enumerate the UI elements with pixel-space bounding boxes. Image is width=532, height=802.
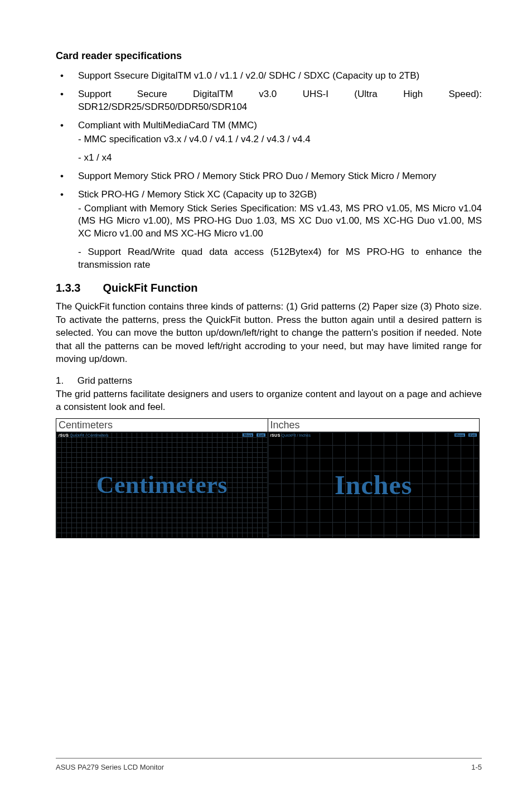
- pattern-label-cm: Centimeters: [96, 471, 228, 499]
- breadcrumb: QuickFit / Inches: [282, 433, 311, 437]
- section-title: QuickFit Function: [103, 282, 197, 294]
- section-number: 1.3.3: [56, 282, 100, 294]
- item-number: 1.: [56, 374, 75, 387]
- bullet-icon: •: [60, 88, 64, 101]
- brand-label: /SUS: [270, 433, 280, 437]
- table-header-cm: Centimeters: [56, 418, 268, 432]
- brand-label: /SUS: [59, 433, 69, 437]
- pattern-topbar: /SUSQuickFit / Centimeters MoveExit: [59, 433, 265, 437]
- breadcrumb: QuickFit / Centimeters: [70, 433, 108, 437]
- list-item: • Support Ssecure DigitalTM v1.0 / v1.1 …: [56, 70, 482, 83]
- list-item: • Support Memory Stick PRO / Memory Stic…: [56, 170, 482, 183]
- list-item-sub: - Compliant with Memory Stick Series Spe…: [78, 202, 482, 241]
- pattern-label-in: Inches: [335, 470, 412, 500]
- pattern-inches: /SUSQuickFit / Inches MoveExit Inches: [268, 432, 480, 538]
- bullet-icon: •: [60, 119, 64, 132]
- grid-patterns-item: 1. Grid patterns: [56, 374, 482, 387]
- exit-badge: Exit: [468, 433, 477, 437]
- section-heading: 1.3.3 QuickFit Function: [56, 282, 482, 294]
- list-item-sub: - MMC specification v3.x / v4.0 / v4.1 /…: [78, 133, 482, 146]
- cardreader-heading: Card reader specifications: [56, 50, 482, 62]
- table-header-in: Inches: [268, 418, 480, 432]
- list-item-sub: - Support Read/Write quad data access (5…: [78, 246, 482, 272]
- bullet-icon: •: [60, 70, 64, 83]
- list-item-text: Compliant with MultiMediaCard TM (MMC): [78, 120, 257, 131]
- list-item: • Stick PRO-HG / Memory Stick XC (Capaci…: [56, 189, 482, 272]
- item-title: Grid patterns: [78, 375, 132, 386]
- footer-page-number: 1-5: [471, 763, 482, 771]
- cardreader-list: • Support Ssecure DigitalTM v1.0 / v1.1 …: [56, 70, 482, 272]
- pattern-topbar: /SUSQuickFit / Inches MoveExit: [270, 433, 477, 437]
- list-item: • Support Secure DigitalTM v3.0 UHS-I (U…: [56, 88, 482, 114]
- bullet-icon: •: [60, 189, 64, 201]
- exit-badge: Exit: [257, 433, 265, 437]
- move-badge: Move: [243, 433, 253, 437]
- list-item: • Compliant with MultiMediaCard TM (MMC)…: [56, 119, 482, 165]
- list-item-text: Stick PRO-HG / Memory Stick XC (Capacity…: [78, 189, 317, 200]
- list-item-text: Support Secure DigitalTM v3.0 UHS-I (Ult…: [78, 89, 482, 112]
- footer-rule: [56, 758, 482, 758]
- section-paragraph: The QuickFit function contains three kin…: [56, 300, 482, 365]
- list-item-text: Support Memory Stick PRO / Memory Stick …: [78, 171, 436, 181]
- page-footer: ASUS PA279 Series LCD Monitor 1-5: [56, 758, 482, 771]
- move-badge: Move: [454, 433, 465, 437]
- grid-patterns-body: The grid patterns facilitate designers a…: [56, 388, 482, 414]
- bullet-icon: •: [60, 170, 64, 183]
- footer-product: ASUS PA279 Series LCD Monitor: [56, 763, 164, 771]
- patterns-table: Centimeters Inches /SUSQuickFit / Centim…: [56, 418, 480, 538]
- list-item-sub: - x1 / x4: [78, 152, 482, 165]
- list-item-text: Support Ssecure DigitalTM v1.0 / v1.1 / …: [78, 70, 419, 81]
- pattern-centimeters: /SUSQuickFit / Centimeters MoveExit Cent…: [56, 432, 268, 538]
